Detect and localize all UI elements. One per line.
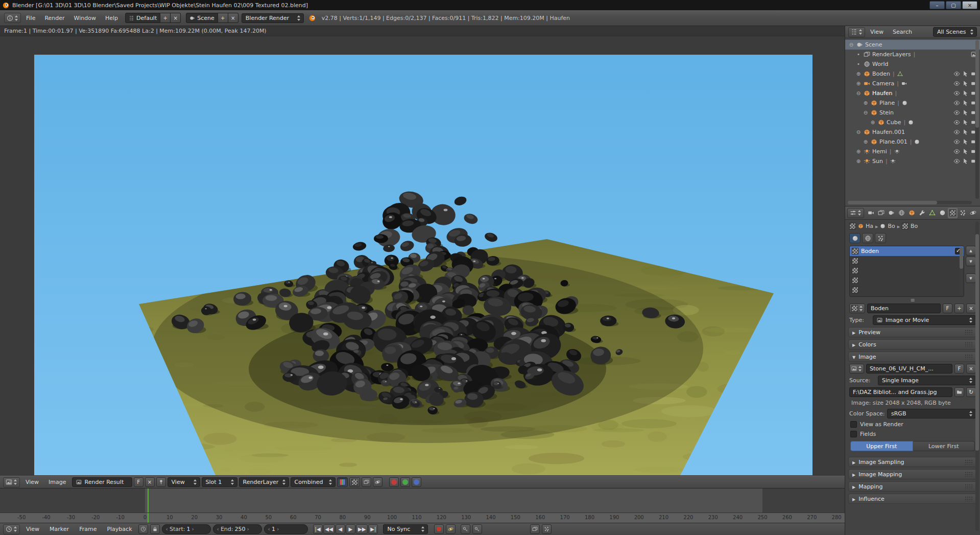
texture-type-selector[interactable]: Image or Movie — [873, 315, 976, 325]
keying-set-button[interactable] — [446, 524, 456, 534]
selectability-cursor-icon[interactable] — [962, 129, 969, 135]
slot-move-up-button[interactable] — [966, 246, 976, 255]
selectability-cursor-icon[interactable] — [962, 148, 969, 155]
properties-scrollbar[interactable] — [975, 222, 979, 531]
image-unlink-button[interactable]: × — [966, 364, 976, 374]
section-image-sampling[interactable]: Image Sampling — [848, 457, 977, 467]
disclosure-icon[interactable] — [855, 71, 862, 77]
tab-object-data[interactable] — [927, 208, 937, 218]
disclosure-icon[interactable] — [863, 139, 869, 145]
outliner-row-hemi[interactable]: Hemi | — [845, 147, 980, 156]
image-fake-user-button[interactable]: F — [134, 477, 144, 487]
lower-first-button[interactable]: Lower First — [913, 441, 975, 451]
image-fake-user-button[interactable]: F — [954, 364, 964, 374]
render-layer-selector[interactable]: RenderLayer — [239, 477, 289, 487]
outliner-row-haufen[interactable]: Haufen | — [845, 88, 980, 98]
outliner-row-boden[interactable]: Boden | — [845, 69, 980, 79]
uv-menu-view[interactable]: View — [21, 477, 43, 487]
outliner-row-cube[interactable]: Cube | — [845, 118, 980, 127]
outliner-row-plane[interactable]: Plane | — [845, 98, 980, 108]
selectability-cursor-icon[interactable] — [962, 80, 969, 87]
menu-render[interactable]: Render — [40, 13, 68, 23]
visibility-eye-icon[interactable] — [953, 71, 960, 77]
menu-window[interactable]: Window — [70, 13, 100, 23]
section-influence[interactable]: Influence — [848, 494, 977, 504]
next-keyframe-button[interactable]: ▶▶ — [356, 524, 368, 534]
tab-world[interactable] — [897, 208, 906, 218]
slot-specials-menu-button[interactable] — [966, 273, 976, 283]
channel-blue-button[interactable] — [412, 477, 421, 487]
color-space-selector[interactable]: sRGB — [887, 409, 976, 418]
outliner-row-world[interactable]: World — [845, 59, 980, 69]
selectability-cursor-icon[interactable] — [962, 100, 969, 106]
outliner-row-camera[interactable]: Camera | — [845, 79, 980, 88]
tab-render-layers[interactable] — [876, 208, 886, 218]
draw-channel-rgb-button[interactable] — [337, 477, 348, 487]
tab-particles[interactable] — [958, 208, 968, 218]
timeline-menu-view[interactable]: View — [22, 524, 43, 534]
selectability-cursor-icon[interactable] — [962, 138, 969, 145]
visibility-eye-icon[interactable] — [953, 138, 960, 145]
texture-slot-list[interactable]: Boden — [849, 246, 964, 297]
outliner-row-scene[interactable]: Scene — [845, 40, 980, 50]
draw-channel-alpha-button[interactable] — [362, 477, 371, 487]
outliner-row-plane-001[interactable]: Plane.001 | — [845, 137, 980, 147]
upper-first-button[interactable]: Upper First — [850, 441, 913, 451]
slot-list-scrollbar[interactable] — [960, 247, 963, 295]
breadcrumb-texture[interactable]: Bo — [911, 223, 918, 229]
draw-channel-z-button[interactable] — [373, 477, 383, 487]
slot-move-down-button[interactable] — [966, 257, 976, 266]
section-colors[interactable]: Colors — [848, 339, 977, 350]
visibility-eye-icon[interactable] — [953, 80, 960, 87]
fields-checkbox[interactable] — [850, 431, 857, 437]
timeline-extra-button-2[interactable] — [542, 524, 552, 534]
tab-material[interactable] — [938, 208, 947, 218]
breadcrumb-object[interactable]: Ha — [866, 223, 873, 229]
tab-object[interactable] — [907, 208, 917, 218]
frame-start-field[interactable]: Start: 1 — [162, 524, 211, 534]
render-engine-selector[interactable]: Blender Render — [242, 13, 304, 23]
channel-red-button[interactable] — [389, 477, 399, 487]
disclosure-icon[interactable] — [863, 110, 869, 115]
layout-remove-button[interactable]: × — [171, 13, 181, 23]
editor-type-properties-button[interactable] — [847, 208, 864, 218]
image-unlink-button[interactable]: × — [145, 477, 155, 487]
texture-unlink-button[interactable]: × — [966, 304, 976, 313]
close-button[interactable]: × — [962, 1, 977, 9]
view-as-render-checkbox[interactable] — [850, 421, 857, 428]
disclosure-icon[interactable] — [855, 149, 862, 154]
jump-to-start-button[interactable]: |◀ — [313, 524, 323, 534]
outliner-display-selector[interactable]: All Scenes — [933, 27, 977, 37]
disclosure-icon[interactable] — [848, 42, 854, 48]
open-file-button[interactable] — [954, 387, 964, 397]
material-texture-context-button[interactable] — [849, 233, 861, 243]
layout-field[interactable]: Default — [125, 13, 160, 23]
image-editor-canvas[interactable] — [0, 36, 845, 476]
outliner-menu-search[interactable]: Search — [889, 27, 916, 37]
selectability-cursor-icon[interactable] — [962, 119, 969, 126]
lock-toggle[interactable] — [150, 524, 160, 534]
outliner-row-renderlayers[interactable]: RenderLayers | — [845, 50, 980, 59]
disclosure-icon[interactable] — [855, 81, 862, 86]
outliner-vscrollbar[interactable] — [975, 40, 979, 199]
timeline-extra-button-1[interactable] — [530, 524, 540, 534]
draw-channel-rgba-button[interactable] — [349, 477, 360, 487]
selectability-cursor-icon[interactable] — [962, 71, 969, 77]
insert-keyframe-button[interactable] — [461, 524, 470, 534]
editor-mode-selector[interactable]: View — [168, 477, 200, 487]
visibility-eye-icon[interactable] — [953, 129, 960, 135]
visibility-eye-icon[interactable] — [953, 148, 960, 155]
frame-end-field[interactable]: End: 250 — [213, 524, 262, 534]
texture-new-button[interactable]: + — [954, 304, 964, 313]
selectability-cursor-icon[interactable] — [962, 109, 969, 116]
disclosure-icon[interactable] — [855, 129, 862, 135]
auto-keyframe-button[interactable] — [434, 524, 444, 534]
section-image[interactable]: Image — [848, 352, 977, 362]
use-preview-range-toggle[interactable] — [138, 524, 148, 534]
layout-add-button[interactable]: + — [160, 13, 171, 23]
scene-add-button[interactable]: + — [218, 13, 228, 23]
outliner-row-sun[interactable]: Sun | — [845, 156, 980, 166]
scene-field[interactable]: Scene — [186, 13, 218, 23]
reload-image-button[interactable] — [966, 387, 976, 397]
texture-name-field[interactable]: Boden — [867, 304, 941, 313]
